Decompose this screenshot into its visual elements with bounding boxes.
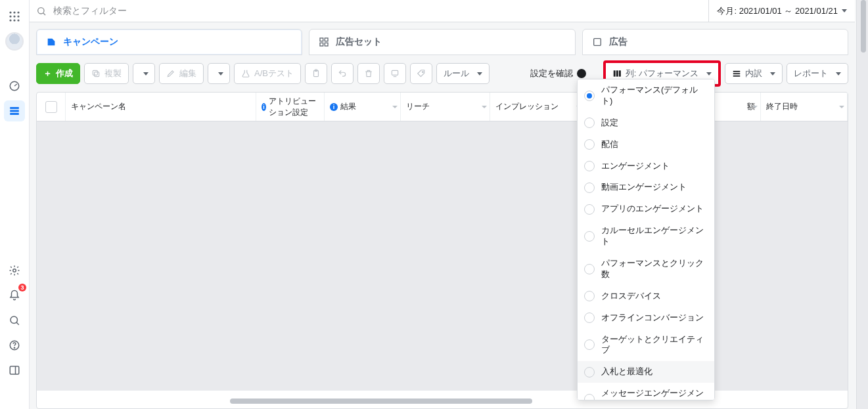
date-range-picker[interactable]: 今月: 2021/01/01 ～ 2021/01/21 bbox=[708, 0, 855, 22]
column-preset-option[interactable]: 動画エンゲージメント bbox=[578, 177, 714, 198]
bell-icon[interactable]: 3 bbox=[4, 285, 25, 306]
search-input[interactable]: 検索とフィルター bbox=[30, 5, 708, 17]
export-button[interactable] bbox=[384, 63, 406, 84]
report-button[interactable]: レポート bbox=[787, 63, 848, 84]
duplicate-button[interactable]: 複製 bbox=[84, 63, 129, 84]
column-impressions[interactable]: インプレッション bbox=[490, 93, 585, 121]
horizontal-scrollbar[interactable] bbox=[7, 398, 861, 405]
radio-icon bbox=[584, 264, 595, 274]
chevron-down-icon bbox=[770, 72, 775, 75]
apps-grid-icon[interactable] bbox=[4, 6, 25, 27]
column-preset-option[interactable]: カルーセルエンゲージメント bbox=[578, 220, 714, 253]
column-preset-option[interactable]: パフォーマンスとクリック数 bbox=[578, 253, 714, 286]
chevron-down-icon bbox=[842, 9, 847, 12]
radio-icon bbox=[584, 231, 595, 242]
breakdown-button[interactable]: 内訳 bbox=[725, 63, 783, 84]
svg-point-5 bbox=[17, 15, 19, 17]
toggle-indicator bbox=[577, 69, 586, 78]
edit-dropdown[interactable] bbox=[208, 63, 230, 84]
settings-check-toggle[interactable]: 設定を確認 bbox=[530, 68, 586, 79]
option-label: 設定 bbox=[601, 118, 618, 129]
chevron-down-icon bbox=[706, 72, 712, 75]
radio-icon bbox=[584, 204, 595, 215]
svg-point-16 bbox=[14, 347, 14, 348]
checkbox[interactable] bbox=[45, 101, 57, 113]
gauge-icon[interactable] bbox=[4, 75, 25, 97]
option-label: 入札と最適化 bbox=[601, 366, 652, 377]
notification-badge: 3 bbox=[18, 284, 26, 291]
tab-ad[interactable]: 広告 bbox=[582, 29, 848, 55]
svg-rect-17 bbox=[10, 366, 19, 374]
clipboard-button[interactable] bbox=[305, 63, 327, 84]
svg-point-6 bbox=[9, 19, 11, 21]
rules-button[interactable]: ルール bbox=[436, 63, 490, 84]
column-preset-option[interactable]: クロスデバイス bbox=[578, 286, 714, 307]
column-preset-option[interactable]: 配信 bbox=[578, 134, 714, 156]
svg-rect-33 bbox=[733, 71, 741, 72]
svg-rect-35 bbox=[733, 75, 741, 77]
radio-icon bbox=[584, 339, 595, 350]
column-preset-option[interactable]: ターゲットとクリエイティブ bbox=[578, 329, 714, 362]
create-button[interactable]: ＋ 作成 bbox=[36, 63, 80, 84]
entity-tabs: キャンペーン 広告セット 広告 bbox=[30, 22, 855, 55]
column-reach[interactable]: リーチ bbox=[401, 93, 490, 121]
right-scroll-strip bbox=[856, 0, 868, 409]
column-preset-option[interactable]: アプリのエンゲージメント bbox=[578, 198, 714, 220]
radio-icon bbox=[584, 91, 595, 101]
svg-rect-24 bbox=[95, 72, 99, 77]
column-preset-option[interactable]: パフォーマンス(デフォルト) bbox=[578, 79, 714, 112]
columns-preset-dropdown[interactable]: パフォーマンス(デフォルト)設定配信エンゲージメント動画エンゲージメントアプリの… bbox=[577, 79, 715, 400]
undo-button[interactable] bbox=[331, 63, 354, 84]
info-icon: i bbox=[330, 103, 338, 111]
svg-rect-22 bbox=[325, 43, 329, 46]
column-end-date[interactable]: 終了日時 bbox=[761, 93, 848, 121]
radio-icon bbox=[584, 291, 595, 301]
option-label: クロスデバイス bbox=[601, 291, 661, 302]
select-all-column[interactable] bbox=[37, 93, 66, 121]
svg-rect-32 bbox=[619, 70, 621, 76]
option-label: オフラインコンバージョン bbox=[601, 312, 704, 324]
column-preset-option[interactable]: オフラインコンバージョン bbox=[578, 307, 714, 329]
svg-point-8 bbox=[17, 19, 19, 21]
account-avatar[interactable] bbox=[4, 31, 25, 52]
column-preset-option[interactable]: 入札と最適化 bbox=[578, 361, 714, 383]
tab-campaign[interactable]: キャンペーン bbox=[36, 29, 302, 55]
radio-icon bbox=[584, 161, 595, 171]
svg-point-14 bbox=[11, 316, 18, 324]
toolbar: ＋ 作成 複製 編集 A/Bテスト ルール 設定を確認 bbox=[30, 55, 855, 92]
option-label: カルーセルエンゲージメント bbox=[601, 225, 708, 248]
column-attribution[interactable]: iアトリビューション設定 bbox=[256, 93, 325, 121]
svg-rect-12 bbox=[10, 113, 19, 115]
duplicate-dropdown[interactable] bbox=[133, 63, 155, 84]
info-icon: i bbox=[262, 103, 266, 111]
table-icon[interactable] bbox=[4, 100, 25, 121]
svg-point-1 bbox=[13, 11, 15, 13]
svg-point-3 bbox=[9, 15, 11, 17]
column-preset-option[interactable]: 設定 bbox=[578, 112, 714, 134]
option-label: パフォーマンスとクリック数 bbox=[601, 258, 708, 280]
help-icon[interactable] bbox=[4, 335, 25, 356]
column-preset-option[interactable]: エンゲージメント bbox=[578, 156, 714, 177]
edit-button[interactable]: 編集 bbox=[159, 63, 204, 84]
svg-point-2 bbox=[17, 11, 19, 13]
tag-button[interactable] bbox=[410, 63, 432, 84]
column-campaign-name[interactable]: キャンペーン名 bbox=[66, 93, 256, 121]
column-results[interactable]: i結果 bbox=[325, 93, 401, 121]
svg-rect-20 bbox=[325, 38, 329, 41]
panel-icon[interactable] bbox=[4, 360, 25, 381]
radio-icon bbox=[584, 367, 595, 377]
svg-rect-31 bbox=[616, 70, 618, 76]
svg-rect-28 bbox=[392, 70, 398, 75]
svg-rect-23 bbox=[593, 39, 601, 46]
tab-adset[interactable]: 広告セット bbox=[309, 29, 575, 55]
delete-button[interactable] bbox=[357, 63, 380, 84]
search-icon[interactable] bbox=[4, 310, 25, 331]
ab-test-button[interactable]: A/Bテスト bbox=[234, 63, 301, 84]
gear-icon[interactable] bbox=[4, 260, 25, 281]
table-body-empty bbox=[37, 121, 848, 391]
plus-icon: ＋ bbox=[43, 68, 52, 79]
svg-point-0 bbox=[9, 11, 11, 13]
search-placeholder: 検索とフィルター bbox=[53, 5, 127, 17]
column-preset-option[interactable]: メッセージエンゲージメント bbox=[578, 383, 714, 400]
svg-rect-10 bbox=[10, 107, 19, 109]
